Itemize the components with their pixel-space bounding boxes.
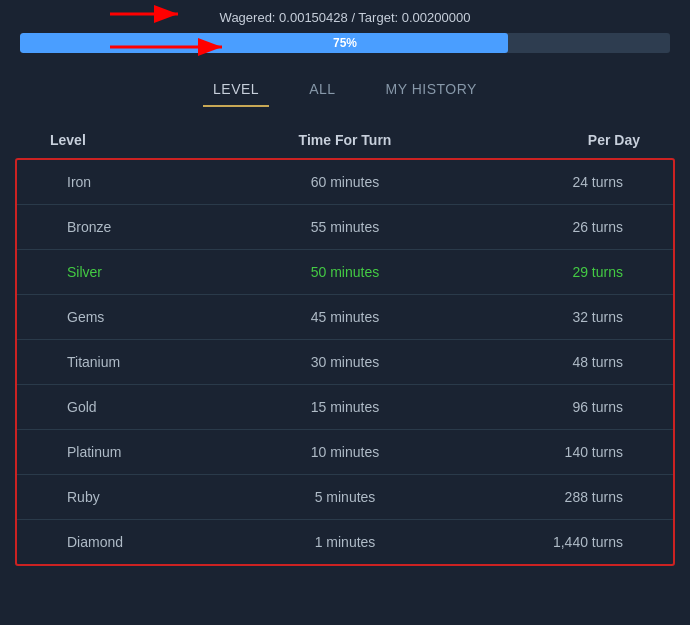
cell-level-3: Gems <box>37 309 242 325</box>
wager-text: Wagered: 0.00150428 / Target: 0.00200000 <box>220 10 471 25</box>
tabs-section: LEVEL ALL MY HISTORY <box>0 73 690 107</box>
cell-time-6: 10 minutes <box>242 444 447 460</box>
tab-all[interactable]: ALL <box>299 73 345 107</box>
cell-level-6: Platinum <box>37 444 242 460</box>
cell-time-0: 60 minutes <box>242 174 447 190</box>
tab-level[interactable]: LEVEL <box>203 73 269 107</box>
table-row: Gems 45 minutes 32 turns <box>17 295 673 340</box>
cell-perday-0: 24 turns <box>448 174 653 190</box>
cell-perday-1: 26 turns <box>448 219 653 235</box>
cell-time-1: 55 minutes <box>242 219 447 235</box>
wager-info: Wagered: 0.00150428 / Target: 0.00200000 <box>20 10 670 25</box>
cell-level-2: Silver <box>37 264 242 280</box>
cell-perday-3: 32 turns <box>448 309 653 325</box>
table-row: Platinum 10 minutes 140 turns <box>17 430 673 475</box>
cell-perday-8: 1,440 turns <box>448 534 653 550</box>
cell-level-1: Bronze <box>37 219 242 235</box>
cell-level-8: Diamond <box>37 534 242 550</box>
cell-perday-5: 96 turns <box>448 399 653 415</box>
col-header-perday: Per Day <box>453 132 670 148</box>
table-row: Iron 60 minutes 24 turns <box>17 160 673 205</box>
levels-table: Iron 60 minutes 24 turns Bronze 55 minut… <box>15 158 675 566</box>
cell-level-0: Iron <box>37 174 242 190</box>
cell-time-7: 5 minutes <box>242 489 447 505</box>
cell-level-5: Gold <box>37 399 242 415</box>
cell-level-7: Ruby <box>37 489 242 505</box>
col-header-time: Time For Turn <box>237 132 454 148</box>
table-header: Level Time For Turn Per Day <box>0 122 690 158</box>
col-header-level: Level <box>20 132 237 148</box>
progress-label: 75% <box>333 36 357 50</box>
table-row: Ruby 5 minutes 288 turns <box>17 475 673 520</box>
cell-perday-6: 140 turns <box>448 444 653 460</box>
top-section: Wagered: 0.00150428 / Target: 0.00200000… <box>0 0 690 53</box>
cell-time-4: 30 minutes <box>242 354 447 370</box>
progress-bar-fill <box>20 33 508 53</box>
cell-time-2: 50 minutes <box>242 264 447 280</box>
cell-perday-2: 29 turns <box>448 264 653 280</box>
cell-time-3: 45 minutes <box>242 309 447 325</box>
cell-perday-7: 288 turns <box>448 489 653 505</box>
progress-bar-wrapper: 75% <box>20 33 670 53</box>
table-row: Titanium 30 minutes 48 turns <box>17 340 673 385</box>
table-row: Bronze 55 minutes 26 turns <box>17 205 673 250</box>
table-row: Gold 15 minutes 96 turns <box>17 385 673 430</box>
tab-myhistory[interactable]: MY HISTORY <box>376 73 487 107</box>
cell-perday-4: 48 turns <box>448 354 653 370</box>
cell-time-5: 15 minutes <box>242 399 447 415</box>
cell-level-4: Titanium <box>37 354 242 370</box>
table-row: Diamond 1 minutes 1,440 turns <box>17 520 673 564</box>
cell-time-8: 1 minutes <box>242 534 447 550</box>
table-row: Silver 50 minutes 29 turns <box>17 250 673 295</box>
